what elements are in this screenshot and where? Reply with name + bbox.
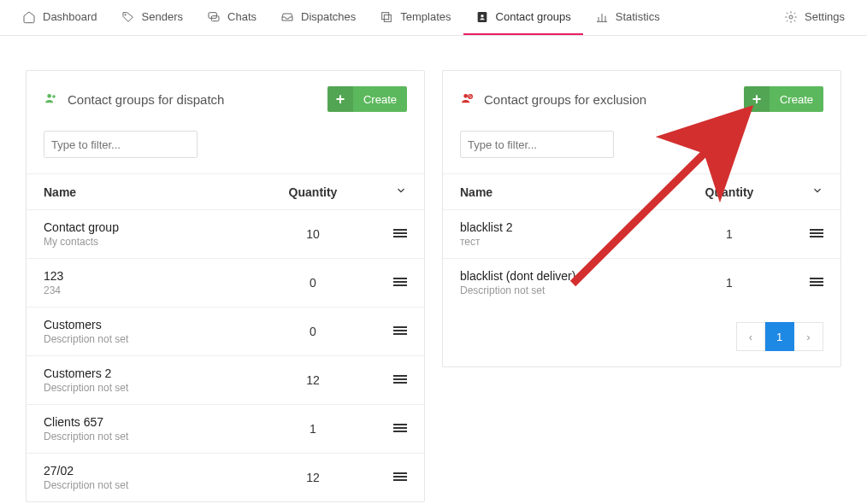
table-row[interactable]: Clients 657Description not set1 bbox=[27, 405, 424, 454]
page-1[interactable]: 1 bbox=[765, 322, 794, 351]
menu-icon[interactable] bbox=[393, 227, 407, 239]
table-row[interactable]: CustomersDescription not set0 bbox=[27, 308, 424, 356]
menu-icon[interactable] bbox=[393, 422, 407, 434]
row-actions[interactable] bbox=[364, 227, 407, 242]
row-qty: 12 bbox=[262, 471, 364, 484]
top-nav: Dashboard Senders Chats Dispatches Templ… bbox=[0, 0, 867, 36]
svg-point-17 bbox=[463, 94, 468, 98]
layers-icon bbox=[380, 10, 393, 24]
nav-label: Chats bbox=[227, 10, 257, 23]
menu-icon[interactable] bbox=[810, 276, 823, 288]
tag-icon bbox=[121, 10, 135, 24]
row-desc: Description not set bbox=[44, 431, 262, 442]
row-desc: My contacts bbox=[44, 236, 262, 248]
col-name-header[interactable]: Name bbox=[44, 185, 262, 199]
nav-label: Contact groups bbox=[496, 10, 571, 23]
exclusion-panel: Contact groups for exclusion + Create Na… bbox=[442, 70, 841, 367]
nav-label: Templates bbox=[400, 10, 451, 23]
col-name-header[interactable]: Name bbox=[460, 185, 678, 199]
nav-templates[interactable]: Templates bbox=[368, 0, 463, 35]
svg-rect-1 bbox=[209, 12, 216, 18]
exclusion-pagination: ‹ 1 › bbox=[443, 307, 840, 366]
row-name: Customers 2 bbox=[44, 366, 262, 380]
plus-icon: + bbox=[327, 86, 353, 112]
row-name-cell: Clients 657Description not set bbox=[44, 415, 262, 442]
row-qty: 1 bbox=[678, 227, 781, 241]
row-actions[interactable] bbox=[781, 276, 823, 290]
row-name-cell: 27/02Description not set bbox=[44, 464, 262, 491]
svg-rect-4 bbox=[385, 15, 392, 21]
exclusion-create-button[interactable]: + Create bbox=[744, 86, 823, 112]
svg-point-11 bbox=[789, 15, 793, 19]
table-row[interactable]: blacklist (dont deliver)Description not … bbox=[443, 259, 840, 307]
table-row[interactable]: Contact groupMy contacts10 bbox=[27, 210, 424, 259]
nav-dashboard[interactable]: Dashboard bbox=[10, 0, 109, 35]
exclusion-filter-input[interactable] bbox=[468, 138, 611, 151]
row-qty: 0 bbox=[262, 276, 364, 290]
dispatch-create-button[interactable]: + Create bbox=[327, 86, 407, 112]
col-qty-header[interactable]: Quantity bbox=[678, 185, 781, 199]
nav-statistics[interactable]: Statistics bbox=[583, 0, 672, 35]
col-actions-header[interactable] bbox=[364, 185, 407, 199]
exclusion-panel-title: Contact groups for exclusion bbox=[484, 92, 734, 107]
row-actions[interactable] bbox=[364, 471, 407, 485]
page-content: Contact groups for dispatch + Create Nam… bbox=[0, 36, 867, 504]
menu-icon[interactable] bbox=[393, 276, 407, 288]
dispatch-rows: Contact groupMy contacts101232340Custome… bbox=[27, 210, 424, 501]
row-name-cell: blacklist (dont deliver)Description not … bbox=[460, 269, 678, 296]
dispatch-panel-header: Contact groups for dispatch + Create bbox=[27, 71, 424, 122]
chart-icon bbox=[595, 10, 609, 24]
row-actions[interactable] bbox=[781, 227, 823, 242]
row-actions[interactable] bbox=[364, 325, 407, 339]
menu-icon[interactable] bbox=[393, 471, 407, 483]
plus-icon: + bbox=[744, 86, 770, 112]
row-name-cell: Customers 2Description not set bbox=[44, 366, 262, 394]
table-row[interactable]: Customers 2Description not set12 bbox=[27, 356, 424, 405]
dispatch-panel-title: Contact groups for dispatch bbox=[68, 92, 317, 107]
col-qty-header[interactable]: Quantity bbox=[262, 185, 364, 199]
menu-icon[interactable] bbox=[810, 227, 823, 239]
gear-icon bbox=[784, 10, 798, 24]
chevron-down-icon bbox=[811, 185, 823, 196]
dispatch-filter[interactable] bbox=[44, 131, 198, 158]
create-label: Create bbox=[770, 93, 823, 106]
page-prev[interactable]: ‹ bbox=[736, 322, 765, 351]
nav-senders[interactable]: Senders bbox=[109, 0, 195, 35]
svg-rect-3 bbox=[382, 12, 389, 19]
row-qty: 12 bbox=[262, 373, 364, 387]
row-name: blacklist 2 bbox=[460, 220, 678, 234]
svg-point-12 bbox=[47, 94, 51, 98]
row-actions[interactable] bbox=[364, 276, 407, 290]
row-qty: 10 bbox=[262, 227, 364, 241]
nav-chats[interactable]: Chats bbox=[195, 0, 268, 35]
create-label: Create bbox=[353, 93, 407, 106]
row-desc: Description not set bbox=[44, 479, 262, 491]
chevron-down-icon bbox=[395, 185, 407, 196]
person-block-icon bbox=[460, 91, 474, 108]
row-name-cell: CustomersDescription not set bbox=[44, 318, 262, 345]
dispatch-filter-wrap bbox=[27, 122, 424, 173]
menu-icon[interactable] bbox=[393, 373, 407, 385]
nav-contact-groups[interactable]: Contact groups bbox=[463, 0, 583, 35]
exclusion-panel-header: Contact groups for exclusion + Create bbox=[443, 71, 840, 122]
chat-icon bbox=[207, 10, 221, 24]
table-row[interactable]: blacklist 2тест1 bbox=[443, 210, 840, 259]
row-desc: тест bbox=[460, 236, 678, 248]
nav-dispatches[interactable]: Dispatches bbox=[268, 0, 368, 35]
row-name: 123 bbox=[44, 269, 262, 283]
row-actions[interactable] bbox=[364, 422, 407, 437]
table-row[interactable]: 27/02Description not set12 bbox=[27, 454, 424, 501]
row-actions[interactable] bbox=[364, 373, 407, 388]
exclusion-filter[interactable] bbox=[460, 131, 614, 158]
contacts-icon bbox=[475, 10, 489, 24]
col-actions-header[interactable] bbox=[781, 185, 823, 199]
dispatch-filter-input[interactable] bbox=[51, 138, 195, 151]
row-name: Customers bbox=[44, 318, 262, 331]
page-next[interactable]: › bbox=[794, 322, 823, 351]
row-desc: Description not set bbox=[44, 333, 262, 345]
nav-label: Dispatches bbox=[301, 10, 356, 23]
svg-point-6 bbox=[481, 15, 483, 17]
table-row[interactable]: 1232340 bbox=[27, 259, 424, 308]
menu-icon[interactable] bbox=[393, 325, 407, 337]
nav-settings[interactable]: Settings bbox=[772, 0, 857, 35]
